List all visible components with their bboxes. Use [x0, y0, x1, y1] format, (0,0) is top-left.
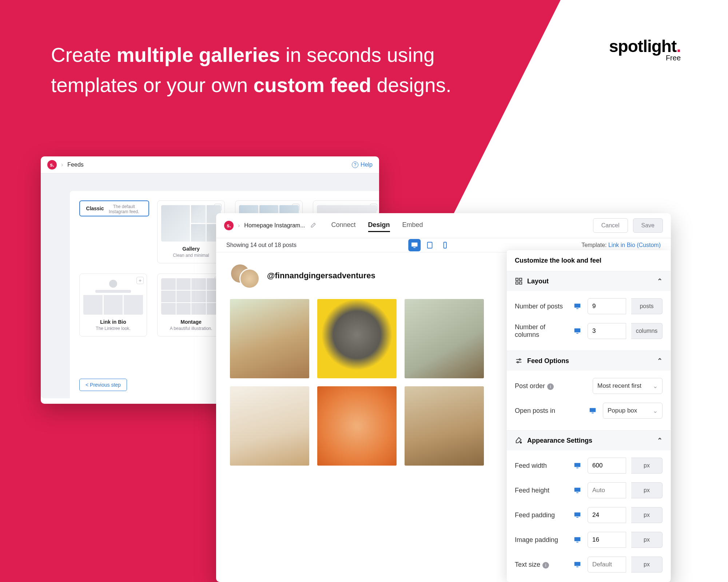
headline-segment: designs. — [371, 74, 451, 96]
svg-rect-23 — [574, 537, 581, 541]
svg-rect-0 — [411, 243, 418, 247]
feed-post[interactable] — [317, 386, 397, 466]
px-unit: px — [631, 507, 663, 523]
info-icon[interactable]: i — [547, 383, 554, 390]
px-unit: px — [631, 458, 663, 474]
sliders-icon — [515, 357, 523, 365]
brand-logo: spotlight. Free — [609, 36, 681, 62]
headline-segment: Create — [51, 44, 116, 66]
image-padding-input[interactable] — [588, 532, 626, 548]
columns-count-input[interactable] — [588, 323, 626, 339]
app-logo-icon: s. — [224, 221, 234, 230]
device-mobile-button[interactable] — [439, 239, 451, 251]
feed-post[interactable] — [230, 386, 309, 466]
posts-unit: posts — [631, 298, 663, 314]
px-unit: px — [631, 532, 663, 548]
template-label: Template: — [581, 242, 606, 248]
svg-rect-24 — [576, 542, 578, 543]
feed-post[interactable] — [230, 299, 309, 378]
chevron-right-icon: › — [61, 162, 63, 168]
chevron-right-icon: › — [238, 222, 240, 229]
desktop-icon — [572, 302, 582, 310]
feed-height-label: Feed height — [515, 487, 567, 494]
px-unit: px — [631, 482, 663, 498]
svg-rect-11 — [576, 333, 578, 334]
svg-rect-18 — [576, 468, 578, 469]
cancel-button[interactable]: Cancel — [593, 218, 628, 233]
previous-step-button[interactable]: < Previous step — [79, 379, 127, 391]
settings-sidebar: Customize the look and feel Layout ⌃ Num… — [507, 250, 671, 582]
svg-point-16 — [520, 442, 522, 443]
svg-rect-9 — [576, 308, 578, 309]
settings-title: Customize the look and feel — [507, 250, 671, 271]
text-size-label: Text size — [515, 561, 540, 568]
info-icon[interactable]: i — [542, 562, 549, 569]
svg-rect-1 — [413, 247, 415, 248]
chevron-up-icon: ⌃ — [657, 357, 663, 365]
save-button[interactable]: Save — [633, 218, 663, 233]
template-card-montage[interactable]: + Montage A beautiful illustration. — [157, 274, 225, 336]
section-header-feed-options[interactable]: Feed Options ⌃ — [507, 351, 671, 371]
text-size-input[interactable] — [588, 557, 626, 573]
marketing-headline: Create multiple galleries in seconds usi… — [51, 40, 473, 100]
headline-bold: custom feed — [253, 74, 371, 96]
svg-rect-4 — [516, 278, 518, 280]
desktop-icon — [572, 511, 582, 519]
tab-connect[interactable]: Connect — [331, 219, 356, 232]
svg-rect-14 — [590, 408, 596, 412]
section-header-appearance[interactable]: Appearance Settings ⌃ — [507, 431, 671, 450]
feed-padding-input[interactable] — [588, 507, 626, 523]
section-header-layout[interactable]: Layout ⌃ — [507, 271, 671, 291]
chevron-down-icon: ⌄ — [653, 407, 658, 415]
paint-icon — [515, 436, 523, 445]
account-handle: @finnandgingersadventures — [267, 271, 375, 280]
feed-post[interactable] — [405, 386, 484, 466]
px-unit: px — [631, 557, 663, 573]
svg-rect-15 — [592, 413, 594, 414]
tab-design[interactable]: Design — [368, 219, 390, 232]
image-padding-label: Image padding — [515, 536, 567, 544]
svg-rect-2 — [427, 242, 432, 248]
svg-rect-5 — [520, 278, 522, 280]
template card-link-in-bio[interactable]: + Link in Bio The Linktree look. — [79, 274, 147, 336]
chevron-down-icon: ⌄ — [653, 382, 658, 390]
svg-point-12 — [519, 359, 521, 360]
feed-post[interactable] — [405, 299, 484, 378]
feed-width-input[interactable] — [588, 458, 626, 474]
desktop-icon — [572, 327, 582, 335]
desktop-icon — [572, 462, 582, 470]
svg-rect-20 — [576, 493, 578, 493]
post-order-select[interactable]: Most recent first⌄ — [593, 378, 663, 394]
chevron-up-icon: ⌃ — [657, 277, 663, 285]
desktop-icon — [588, 407, 598, 415]
open-posts-select[interactable]: Popup box⌄ — [603, 403, 663, 419]
template-link[interactable]: Link in Bio (Custom) — [608, 242, 661, 248]
layout-icon — [515, 277, 523, 285]
feed-name[interactable]: Homepage Instagram... — [244, 222, 305, 229]
headline-bold: multiple galleries — [116, 44, 280, 66]
pencil-icon[interactable] — [310, 222, 316, 229]
template-card-classic[interactable]: Classic The default Instagram feed. — [79, 200, 149, 216]
columns-count-label: Number of columns — [515, 323, 567, 339]
device-tablet-button[interactable] — [423, 239, 436, 251]
brand-name: spotlight — [609, 37, 676, 56]
svg-rect-21 — [574, 513, 581, 517]
account-avatar — [230, 263, 259, 288]
svg-rect-3 — [444, 242, 446, 248]
tab-embed[interactable]: Embed — [402, 219, 423, 232]
svg-rect-22 — [576, 517, 578, 518]
posts-count-label: Number of posts — [515, 303, 567, 310]
template-card-gallery[interactable]: + Gallery Clean and minimal — [157, 200, 225, 263]
post-count-text: Showing 14 out of 18 posts — [226, 242, 297, 248]
device-desktop-button[interactable] — [408, 239, 421, 251]
breadcrumb[interactable]: Feeds — [67, 162, 83, 168]
posts-count-input[interactable] — [588, 298, 626, 314]
feed-padding-label: Feed padding — [515, 511, 567, 519]
svg-rect-10 — [574, 328, 581, 332]
svg-rect-17 — [574, 463, 581, 467]
feed-height-input[interactable] — [588, 482, 626, 498]
feed-post[interactable] — [317, 299, 397, 378]
svg-rect-19 — [574, 488, 581, 492]
help-link[interactable]: ?Help — [352, 162, 373, 168]
svg-rect-8 — [574, 304, 581, 308]
